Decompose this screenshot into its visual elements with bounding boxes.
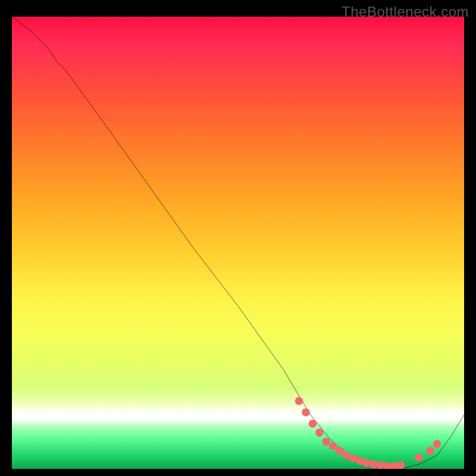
data-point (377, 461, 385, 469)
data-point (426, 447, 434, 455)
data-point (309, 419, 317, 428)
data-point (363, 459, 371, 467)
data-point (336, 447, 344, 455)
data-point (315, 428, 324, 437)
data-point (329, 442, 337, 450)
watermark-text: TheBottleneck.com (342, 4, 469, 20)
chart-frame: TheBottleneck.com (0, 0, 476, 476)
data-point (295, 397, 303, 405)
data-point (433, 440, 441, 448)
plot-area (12, 17, 464, 469)
bottleneck-curve (12, 17, 464, 469)
data-markers (295, 397, 441, 469)
data-point (397, 461, 405, 469)
data-point (322, 438, 330, 446)
data-point (302, 408, 310, 416)
curve-svg (12, 17, 464, 469)
curve-path (12, 17, 464, 469)
data-point (415, 453, 423, 462)
